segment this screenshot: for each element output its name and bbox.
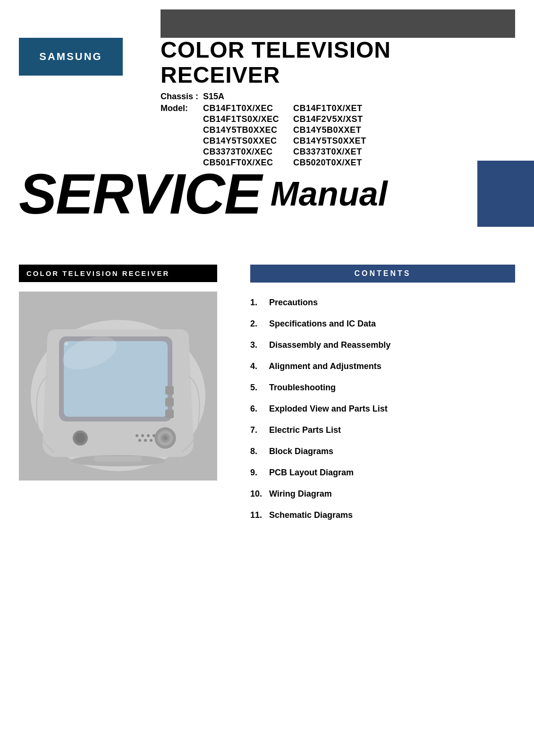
contents-list: 1. Precautions 2. Specifications and IC … <box>250 292 515 526</box>
list-item: 8. Block Diagrams <box>250 441 515 462</box>
top-decorative-bar <box>161 9 515 38</box>
left-section: COLOR TELEVISION RECEIVER <box>0 265 236 756</box>
item-text-8: Block Diagrams <box>269 447 333 456</box>
model-4-left: CB3373T0X/XEC <box>203 147 279 157</box>
list-item: 9. PCB Layout Diagram <box>250 462 515 483</box>
chassis-row: Chassis : S15A <box>161 92 515 102</box>
model-values-grid: CB14F1T0X/XEC CB14F1T0X/XET CB14F1TS0X/X… <box>203 103 366 168</box>
chassis-label: Chassis : <box>161 92 198 102</box>
samsung-logo-area: SAMSUNG <box>19 38 123 76</box>
list-item: 10. Wiring Diagram <box>250 483 515 505</box>
item-text-7: Electric Parts List <box>269 425 341 435</box>
item-text-3: Disassembly and Reassembly <box>269 340 390 350</box>
svg-point-12 <box>147 434 150 437</box>
page-wrapper: SAMSUNG COLOR TELEVISION RECEIVER Chassi… <box>0 0 534 756</box>
svg-point-9 <box>75 433 85 443</box>
main-title-area: COLOR TELEVISION RECEIVER Chassis : S15A… <box>161 38 515 168</box>
page-title: COLOR TELEVISION RECEIVER <box>161 38 515 88</box>
item-text-1: Precautions <box>269 298 318 307</box>
model-1-left: CB14F1TS0X/XEC <box>203 114 279 124</box>
model-0-left: CB14F1T0X/XEC <box>203 103 279 113</box>
list-item: 1. Precautions <box>250 292 515 313</box>
samsung-logo: SAMSUNG <box>39 51 102 63</box>
item-num-10: 10. <box>250 489 267 499</box>
svg-point-22 <box>163 436 168 440</box>
list-item: 3. Disassembly and Reassembly <box>250 335 515 356</box>
item-num-2: 2. <box>250 319 267 329</box>
manual-text: Manual <box>271 177 388 211</box>
item-num-5: 5. <box>250 383 267 393</box>
item-num-3: 3. <box>250 340 267 350</box>
model-4-right: CB3373T0X/XET <box>293 147 366 157</box>
list-item: 6. Exploded View and Parts List <box>250 398 515 420</box>
item-num-6: 6. <box>250 404 267 414</box>
model-1-right: CB14F2V5X/XST <box>293 114 366 124</box>
svg-rect-24 <box>94 456 142 462</box>
list-item: 5. Troubleshooting <box>250 377 515 398</box>
item-num-4: 4. <box>250 361 267 371</box>
svg-rect-7 <box>165 410 174 418</box>
list-item: 4. Alignment and Adjustments <box>250 356 515 377</box>
item-text-11: Schematic Diagrams <box>269 510 353 520</box>
service-manual-area: SERVICE Manual <box>0 161 534 227</box>
tv-illustration <box>19 292 217 481</box>
svg-point-25 <box>64 342 68 345</box>
service-text: SERVICE <box>19 165 261 222</box>
svg-point-17 <box>150 439 153 442</box>
chassis-value: S15A <box>203 92 224 102</box>
right-section: CONTENTS 1. Precautions 2. Specification… <box>236 265 534 756</box>
tv-image-container <box>19 292 217 481</box>
model-label: Model: <box>161 103 198 113</box>
item-num-7: 7. <box>250 425 267 435</box>
svg-rect-5 <box>165 386 174 395</box>
item-num-1: 1. <box>250 298 267 308</box>
bottom-content: COLOR TELEVISION RECEIVER <box>0 265 534 756</box>
list-item: 11. Schematic Diagrams <box>250 505 515 526</box>
item-text-4: Alignment and Adjustments <box>269 361 381 371</box>
model-0-right: CB14F1T0X/XET <box>293 103 366 113</box>
item-text-10: Wiring Diagram <box>269 489 332 498</box>
item-text-2: Specifications and IC Data <box>269 319 376 328</box>
contents-header: CONTENTS <box>250 265 515 283</box>
item-text-5: Troubleshooting <box>269 383 336 392</box>
item-num-8: 8. <box>250 447 267 456</box>
item-text-9: PCB Layout Diagram <box>269 468 354 477</box>
list-item: 2. Specifications and IC Data <box>250 313 515 335</box>
svg-point-16 <box>144 439 147 442</box>
model-3-left: CB14Y5TS0XXEC <box>203 136 279 146</box>
item-num-11: 11. <box>250 510 267 520</box>
model-3-right: CB14Y5TS0XXET <box>293 136 366 146</box>
model-2-left: CB14Y5TB0XXEC <box>203 125 279 135</box>
svg-point-10 <box>136 434 138 437</box>
item-num-9: 9. <box>250 468 267 478</box>
model-2-right: CB14Y5B0XXET <box>293 125 366 135</box>
svg-point-11 <box>141 434 144 437</box>
item-text-6: Exploded View and Parts List <box>269 404 388 413</box>
list-item: 7. Electric Parts List <box>250 420 515 441</box>
color-tv-header: COLOR TELEVISION RECEIVER <box>19 265 217 282</box>
model-row: Model: CB14F1T0X/XEC CB14F1T0X/XET CB14F… <box>161 103 515 168</box>
svg-rect-6 <box>165 398 174 406</box>
svg-point-15 <box>138 439 141 442</box>
